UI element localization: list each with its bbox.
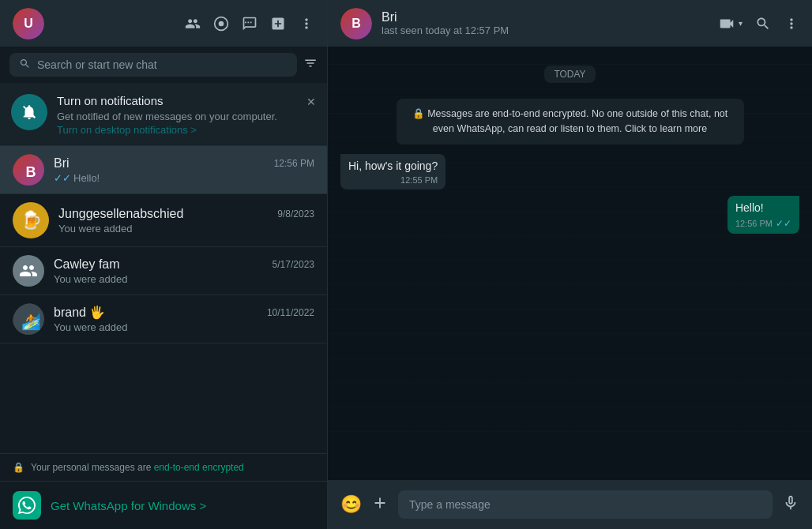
brand-name: brand 🖐 [54, 305, 105, 320]
filter-icon[interactable] [303, 56, 318, 73]
bri-preview: ✓✓Hello! [54, 172, 314, 184]
whatsapp-icon [13, 491, 41, 520]
svg-point-1 [219, 21, 224, 26]
status-icon[interactable] [213, 16, 229, 32]
chat-header-info[interactable]: Bri last seen today at 12:57 PM [382, 10, 709, 36]
date-divider: TODAY [340, 66, 799, 83]
sent-message-meta: 12:56 PM ✓✓ [735, 218, 791, 229]
new-group-icon[interactable] [185, 16, 201, 32]
chat-header-icons: ▾ [718, 15, 799, 32]
cawley-fam-avatar [13, 255, 44, 287]
notification-desc: Get notified of new messages on your com… [57, 110, 297, 124]
chat-header: B Bri last seen today at 12:57 PM ▾ [328, 0, 812, 47]
bri-time: 12:56 PM [274, 158, 314, 169]
notification-title: Turn on notifications [57, 94, 297, 107]
cawley-fam-name-row: Cawley fam 5/17/2023 [54, 257, 314, 272]
new-chat-icon[interactable] [242, 16, 258, 32]
brand-chat-info: brand 🖐 10/11/2022 You were added [54, 305, 314, 333]
right-panel: B Bri last seen today at 12:57 PM ▾ TODA… [328, 0, 812, 529]
attach-button[interactable] [371, 494, 389, 515]
emoji-button[interactable]: 😊 [340, 494, 362, 515]
encryption-text: Your personal messages are end-to-end en… [31, 462, 244, 473]
chat-list: B Bri 12:56 PM ✓✓Hello! 🍺 Junggesellenab… [0, 146, 327, 453]
received-message: Hi, how's it going? 12:55 PM [340, 154, 445, 190]
brand-avatar: 🏄 [13, 303, 44, 335]
chat-item-junggesellenabschied[interactable]: 🍺 Junggesellenabschied 9/8/2023 You were… [0, 194, 327, 247]
chat-item-bri[interactable]: B Bri 12:56 PM ✓✓Hello! [0, 146, 327, 194]
bri-name-row: Bri 12:56 PM [54, 156, 314, 171]
encryption-bar: 🔒 Your personal messages are end-to-end … [0, 453, 327, 481]
get-app-bar[interactable]: Get WhatsApp for Windows > [0, 481, 327, 529]
header-icons [185, 16, 314, 32]
left-header: U [0, 0, 327, 47]
search-bar [0, 47, 327, 83]
sent-message-time: 12:56 PM [735, 219, 773, 228]
mic-button[interactable] [782, 494, 799, 516]
brand-time: 10/11/2022 [267, 307, 314, 318]
notification-banner: Turn on notifications Get notified of ne… [0, 83, 327, 146]
search-input[interactable] [37, 58, 288, 71]
search-icon [19, 58, 31, 72]
junggesellenabschied-preview: You were added [58, 223, 314, 234]
chat-item-brand[interactable]: 🏄 brand 🖐 10/11/2022 You were added [0, 295, 327, 343]
junggesellenabschied-name: Junggesellenabschied [58, 207, 183, 221]
search-chat-icon[interactable] [755, 16, 771, 32]
menu-icon[interactable] [299, 16, 314, 32]
notification-bell-icon [11, 94, 47, 130]
notification-link[interactable]: Turn on desktop notifications > [57, 124, 297, 136]
date-label: TODAY [544, 66, 595, 83]
chat-header-name: Bri [382, 10, 709, 24]
search-input-wrap[interactable] [9, 53, 297, 77]
notification-content: Turn on notifications Get notified of ne… [57, 94, 297, 136]
left-panel: U [0, 0, 328, 529]
chat-header-status: last seen today at 12:57 PM [382, 24, 709, 36]
chat-header-avatar[interactable]: B [340, 8, 372, 39]
chat-menu-icon[interactable] [784, 16, 799, 32]
chat-item-cawley-fam[interactable]: Cawley fam 5/17/2023 You were added [0, 247, 327, 295]
notification-close-icon[interactable]: ✕ [306, 96, 316, 108]
junggesellenabschied-time: 9/8/2023 [277, 208, 314, 219]
junggesellenabschied-avatar: 🍺 [13, 202, 49, 238]
junggesellenabschied-name-row: Junggesellenabschied 9/8/2023 [58, 207, 314, 221]
sent-message: Hello! 12:56 PM ✓✓ [727, 196, 799, 234]
chat-messages-area: TODAY 🔒 Messages are end-to-end encrypte… [328, 47, 812, 480]
junggesellenabschied-chat-info: Junggesellenabschied 9/8/2023 You were a… [58, 207, 314, 234]
bri-name: Bri [54, 156, 70, 171]
sent-message-text: Hello! [735, 201, 791, 216]
brand-name-row: brand 🖐 10/11/2022 [54, 305, 314, 320]
sent-message-ticks: ✓✓ [776, 218, 791, 229]
lock-icon: 🔒 [13, 462, 24, 473]
message-input[interactable] [398, 490, 773, 519]
cawley-fam-time: 5/17/2023 [273, 259, 314, 270]
get-app-label[interactable]: Get WhatsApp for Windows > [51, 499, 206, 512]
received-message-text: Hi, how's it going? [348, 159, 438, 174]
chat-input-bar: 😊 [328, 480, 812, 529]
cawley-fam-preview: You were added [54, 273, 314, 285]
encryption-notice[interactable]: 🔒 Messages are end-to-end encrypted. No … [397, 99, 744, 144]
bri-ticks: ✓✓ [54, 172, 71, 184]
cawley-fam-name: Cawley fam [54, 257, 120, 272]
video-call-button[interactable]: ▾ [718, 15, 742, 32]
user-avatar[interactable]: U [13, 8, 44, 39]
video-chevron-icon: ▾ [739, 19, 742, 28]
add-chat-icon[interactable] [270, 16, 286, 32]
bri-avatar: B [13, 154, 44, 186]
received-message-meta: 12:55 PM [348, 175, 438, 185]
encryption-link[interactable]: end-to-end encrypted [154, 462, 244, 473]
received-message-time: 12:55 PM [400, 175, 438, 185]
bri-chat-info: Bri 12:56 PM ✓✓Hello! [54, 156, 314, 184]
brand-preview: You were added [54, 321, 314, 333]
cawley-fam-chat-info: Cawley fam 5/17/2023 You were added [54, 257, 314, 285]
